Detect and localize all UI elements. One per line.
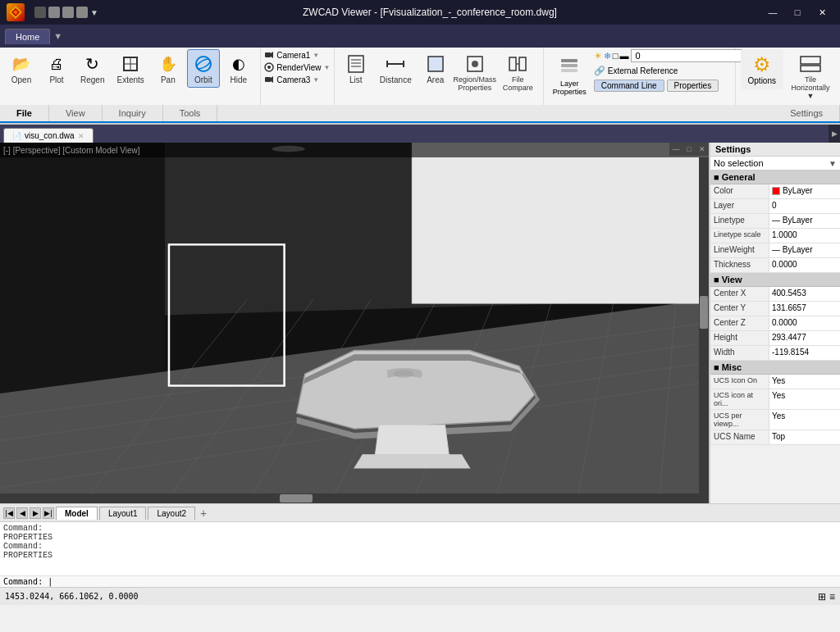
maximize-button[interactable]: □ — [786, 4, 809, 20]
sheet-nav-first[interactable]: |◀ — [3, 507, 15, 519]
tile-label: TileHorizontally ▼ — [791, 75, 830, 100]
file-compare-icon — [506, 52, 529, 75]
command-input-row: Command: | — [0, 575, 840, 587]
extents-button[interactable]: Extents — [112, 49, 148, 88]
section-view-header[interactable]: ■ View — [710, 273, 840, 287]
list-icon — [345, 52, 368, 75]
file-buttons: 📂 Open 🖨 Plot ↻ Regen Extents — [5, 49, 255, 103]
horizontal-scroll-thumb[interactable] — [280, 494, 313, 502]
command-input-field[interactable] — [52, 577, 837, 586]
file-section-label[interactable]: File — [0, 105, 49, 121]
open-button[interactable]: 📂 Open — [5, 49, 38, 88]
inquiry-section-label[interactable]: Inquiry — [103, 105, 163, 121]
viewport-title-bar: [-] [Perspective] [Custom Model View] — … — [0, 143, 709, 157]
add-layout-button[interactable]: + — [200, 507, 207, 520]
view-section-label[interactable]: View — [49, 105, 103, 121]
prop-lineweight: LineWeight — ByLayer — [710, 243, 840, 258]
region-mass-button[interactable]: Region/MassProperties — [454, 49, 495, 95]
layer-properties-button[interactable]: LayerProperties — [549, 49, 591, 99]
sheet-tab-layout2[interactable]: Layout2 — [148, 507, 195, 520]
area-icon — [424, 52, 447, 75]
pan-button[interactable]: ✋ Pan — [152, 49, 185, 88]
renderview-label: RenderView — [276, 63, 321, 72]
region-mass-label: Region/MassProperties — [453, 75, 496, 92]
selection-box[interactable]: No selection ▼ — [710, 157, 840, 171]
qa-icon-4[interactable] — [76, 7, 88, 18]
viewport[interactable]: [-] [Perspective] [Custom Model View] — … — [0, 143, 709, 503]
quick-access-dropdown[interactable]: ▼ — [90, 8, 98, 17]
area-button[interactable]: Area — [419, 49, 452, 88]
prop-color-key: Color — [710, 184, 769, 198]
close-button[interactable]: ✕ — [810, 4, 833, 20]
section-misc-header[interactable]: ■ Misc — [710, 361, 840, 375]
document-tab-bar: 📄 visu_con.dwa ✕ ▶ — [0, 125, 840, 143]
prop-linetype-key: Linetype — [710, 214, 769, 228]
snap-status-icon[interactable]: ≡ — [829, 591, 835, 602]
properties-button[interactable]: Properties — [667, 80, 719, 92]
home-dropdown-arrow[interactable]: ▼ — [53, 31, 62, 41]
sheet-tab-layout1[interactable]: Layout1 — [99, 507, 147, 520]
qa-icon-2[interactable] — [48, 7, 60, 18]
doc-tab-0[interactable]: 📄 visu_con.dwa ✕ — [3, 128, 94, 143]
distance-button[interactable]: Distance — [375, 49, 417, 88]
svg-marker-13 — [271, 76, 273, 83]
sheet-nav-last[interactable]: ▶| — [43, 507, 54, 519]
ribbon-group-file: 📂 Open 🖨 Plot ↻ Regen Extents — [0, 48, 261, 105]
sheet-nav-next[interactable]: ▶ — [30, 507, 41, 519]
cmd-line-2: PROPERTIES — [3, 533, 837, 542]
cmd-line-1: Command: — [3, 524, 837, 533]
area-label: Area — [427, 75, 444, 84]
title-bar: ▼ ZWCAD Viewer - [Fvisualization_-_confe… — [0, 0, 840, 25]
prop-lineweight-key: LineWeight — [710, 243, 769, 257]
svg-marker-34 — [0, 143, 165, 393]
vertical-scroll-thumb[interactable] — [700, 296, 708, 329]
qa-icon-1[interactable] — [34, 7, 46, 18]
prop-ucs-per-viewp-key: UCS per viewp... — [710, 410, 769, 430]
settings-section-label[interactable]: Settings — [774, 105, 840, 121]
viewport-restore[interactable]: □ — [682, 143, 696, 156]
minimize-button[interactable]: — — [761, 4, 784, 20]
ext-ref-icon: 🔗 — [594, 66, 605, 76]
home-tab[interactable]: Home — [5, 29, 50, 44]
command-window: Command: PROPERTIES Command: PROPERTIES … — [0, 521, 840, 587]
doc-tab-close[interactable]: ✕ — [78, 132, 84, 140]
selection-text: No selection — [714, 158, 825, 168]
grid-status-icon[interactable]: ⊞ — [818, 591, 826, 602]
qa-icon-3[interactable] — [62, 7, 74, 18]
viewport-minimize[interactable]: — — [669, 143, 682, 156]
right-panel: Settings No selection ▼ ■ General Color … — [709, 143, 840, 503]
renderview-item[interactable]: RenderView ▼ — [262, 61, 332, 73]
window-controls: — □ ✕ — [761, 4, 833, 20]
window-title: ZWCAD Viewer - [Fvisualization_-_confere… — [98, 7, 761, 18]
hide-label: Hide — [231, 75, 248, 84]
command-line-button[interactable]: Command Line — [594, 80, 664, 92]
layer-icon — [558, 52, 581, 80]
tools-section-label[interactable]: Tools — [163, 105, 218, 121]
prop-ucs-name: UCS Name Top — [710, 430, 840, 445]
viewport-close[interactable]: ✕ — [696, 143, 709, 156]
svg-point-23 — [472, 61, 478, 67]
sheet-nav-prev[interactable]: ◀ — [16, 507, 28, 519]
tab-scroll-right[interactable]: ▶ — [829, 125, 840, 143]
viewport-horizontal-scrollbar[interactable] — [0, 493, 699, 503]
ext-ref-label[interactable]: External Reference — [608, 66, 678, 75]
orbit-button[interactable]: Orbit — [187, 49, 220, 88]
regen-button[interactable]: ↻ Regen — [75, 49, 109, 88]
cmd-line-3: Command: — [3, 542, 837, 551]
file-compare-button[interactable]: FileCompare — [498, 49, 538, 95]
viewport-vertical-scrollbar[interactable] — [699, 157, 709, 503]
camera1-item[interactable]: Camera1 ▼ — [262, 49, 332, 61]
plot-button[interactable]: 🖨 Plot — [40, 49, 73, 88]
sheet-tab-model[interactable]: Model — [56, 507, 98, 520]
list-button[interactable]: List — [340, 49, 372, 88]
section-general-header[interactable]: ■ General — [710, 171, 840, 184]
options-button[interactable]: ⚙ Options — [741, 49, 783, 89]
prop-thickness-val: 0.0000 — [769, 258, 840, 272]
prop-linetype: Linetype — ByLayer — [710, 214, 840, 229]
camera3-item[interactable]: Camera3 ▼ — [262, 74, 332, 85]
hide-button[interactable]: ◐ Hide — [222, 49, 255, 88]
layer-sun-icon: ☀ — [594, 51, 602, 61]
tile-button[interactable]: TileHorizontally ▼ — [786, 49, 835, 103]
svg-rect-14 — [349, 56, 363, 72]
prop-linetype-scale: Linetype scale 1.0000 — [710, 229, 840, 243]
